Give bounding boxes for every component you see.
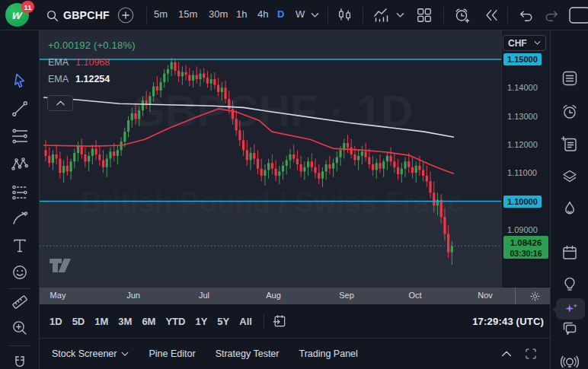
emoji-tool-button[interactable] bbox=[11, 263, 29, 282]
range-all[interactable]: All bbox=[239, 316, 252, 327]
object-tree-button[interactable] bbox=[561, 167, 579, 186]
month-label-oct: Oct bbox=[408, 291, 421, 300]
timeframe-5m[interactable]: 5m bbox=[154, 8, 168, 20]
cursor-icon bbox=[11, 72, 29, 90]
go-to-date-icon bbox=[272, 313, 287, 329]
calendar-button[interactable] bbox=[561, 243, 579, 262]
fullscreen-corners-icon bbox=[524, 347, 538, 361]
chevron-down-icon bbox=[121, 352, 129, 357]
timeframe-d[interactable]: D bbox=[277, 8, 284, 20]
price-axis[interactable]: 1.150001.140001.130001.120001.110001.100… bbox=[501, 30, 550, 288]
timeframe-w[interactable]: W bbox=[296, 8, 305, 20]
price-tick-label: 1.11000 bbox=[507, 167, 537, 179]
trend-line-tool-button[interactable] bbox=[11, 100, 29, 118]
date-range-toolbar: 1D5D1M3M6MYTD1Y5YAll 17:29:43 (UTC) bbox=[40, 304, 550, 339]
range-6m[interactable]: 6M bbox=[142, 316, 155, 327]
timeframe-4h[interactable]: 4h bbox=[257, 8, 268, 20]
timeframe-30m[interactable]: 30m bbox=[209, 8, 228, 20]
tab-label: Pine Editor bbox=[149, 348, 195, 359]
alarm-clock-icon bbox=[561, 103, 579, 121]
hotlists-button[interactable] bbox=[561, 199, 579, 218]
streams-button[interactable] bbox=[561, 353, 579, 369]
ai-assistant-button[interactable] bbox=[556, 298, 585, 320]
toolbar-divider bbox=[9, 288, 30, 289]
range-5y[interactable]: 5Y bbox=[217, 316, 229, 327]
fib-retracement-tool-button[interactable] bbox=[11, 127, 29, 145]
last-price-value: 1.08426 bbox=[503, 237, 548, 248]
last-price-label: 1.0842603:30:16 bbox=[503, 236, 548, 259]
bottom-panel-tabs: Stock Screener Pine Editor Strategy Test… bbox=[40, 339, 550, 369]
ema-legend-row[interactable]: EMA 1.10968 bbox=[48, 57, 136, 68]
watchlist-button[interactable] bbox=[561, 69, 579, 87]
indicators-dropdown-button[interactable] bbox=[396, 12, 404, 18]
alert-clock-plus-icon bbox=[453, 7, 471, 24]
chart-legend: +0.00192 (+0.18%) EMA 1.10968 EMA 1.1225… bbox=[48, 40, 136, 84]
candlestick-icon bbox=[337, 7, 353, 24]
utc-clock[interactable]: 17:29:43 (UTC) bbox=[472, 316, 544, 327]
notes-button[interactable] bbox=[561, 135, 579, 154]
price-level-label: 1.15000 bbox=[503, 53, 542, 65]
tab-trading-panel[interactable]: Trading Panel bbox=[299, 348, 357, 359]
pattern-tool-button[interactable] bbox=[11, 155, 29, 173]
redo-arrow-icon bbox=[543, 7, 561, 24]
undo-button[interactable] bbox=[516, 6, 535, 24]
ema-legend-row[interactable]: EMA 1.12254 bbox=[48, 74, 136, 84]
chat-button[interactable] bbox=[561, 320, 579, 338]
month-label-nov: Nov bbox=[478, 291, 493, 300]
axis-settings-button[interactable] bbox=[519, 288, 550, 304]
save-layout-button[interactable] bbox=[568, 6, 588, 24]
range-ytd[interactable]: YTD bbox=[165, 316, 185, 327]
layout-grid-button[interactable] bbox=[414, 6, 434, 24]
tab-stock-screener[interactable]: Stock Screener bbox=[52, 348, 129, 359]
magnet-tool-button[interactable] bbox=[11, 354, 29, 369]
timeframe-15m[interactable]: 15m bbox=[178, 8, 197, 20]
timeframe-dropdown-button[interactable] bbox=[311, 12, 319, 18]
axis-divider bbox=[515, 288, 516, 304]
zoom-in-icon bbox=[11, 319, 29, 337]
bar-replay-button[interactable] bbox=[482, 6, 502, 24]
range-3m[interactable]: 3M bbox=[118, 316, 132, 327]
tab-label: Strategy Tester bbox=[216, 348, 280, 359]
tv-logo-watermark[interactable] bbox=[50, 259, 71, 272]
create-alert-button[interactable] bbox=[452, 6, 471, 24]
fullscreen-button[interactable] bbox=[524, 347, 538, 361]
zoom-in-tool-button[interactable] bbox=[11, 319, 29, 337]
notification-badge[interactable]: 11 bbox=[21, 1, 34, 13]
brush-tool-button[interactable] bbox=[11, 209, 29, 227]
redo-button[interactable] bbox=[542, 6, 561, 24]
symbol-search-button[interactable]: GBPCHF bbox=[46, 6, 110, 24]
collapse-legend-button[interactable] bbox=[47, 95, 73, 111]
chevron-down-icon bbox=[396, 12, 404, 18]
calendar-icon bbox=[561, 243, 579, 262]
logo-glyph: w bbox=[11, 8, 23, 22]
time-axis[interactable]: MayJunJulAugSepOctNov bbox=[40, 288, 550, 304]
right-sidebar bbox=[550, 30, 588, 369]
trend-line-icon bbox=[11, 100, 29, 118]
range-1d[interactable]: 1D bbox=[50, 316, 62, 327]
ideas-button[interactable] bbox=[561, 275, 579, 293]
compare-add-symbol-button[interactable] bbox=[116, 5, 136, 25]
chart-type-button[interactable] bbox=[335, 6, 355, 24]
toolbar-divider bbox=[264, 314, 264, 329]
timeframe-1h[interactable]: 1h bbox=[236, 8, 247, 20]
text-tool-button[interactable] bbox=[11, 237, 29, 255]
indicators-button[interactable] bbox=[371, 6, 392, 24]
measure-tool-button[interactable] bbox=[11, 293, 29, 311]
forecast-tool-button[interactable] bbox=[11, 183, 29, 202]
chart-pane[interactable]: GBPCHF · 1DBritish Pound / Swiss Franc +… bbox=[40, 30, 501, 288]
expand-panel-button[interactable] bbox=[500, 347, 513, 361]
cursor-tool-button[interactable] bbox=[11, 72, 29, 90]
magnet-icon bbox=[11, 354, 29, 369]
chevron-up-icon bbox=[56, 100, 66, 107]
price-change-text: +0.00192 (+0.18%) bbox=[48, 40, 136, 51]
tab-pine-editor[interactable]: Pine Editor bbox=[149, 348, 195, 359]
range-1m[interactable]: 1M bbox=[94, 316, 108, 327]
alerts-button[interactable] bbox=[561, 103, 579, 121]
go-to-date-button[interactable] bbox=[272, 313, 287, 329]
range-5d[interactable]: 5D bbox=[72, 316, 85, 327]
indicators-icon bbox=[372, 6, 391, 24]
range-1y[interactable]: 1Y bbox=[195, 316, 207, 327]
price-tick-label: 1.14000 bbox=[507, 81, 538, 94]
tab-strategy-tester[interactable]: Strategy Tester bbox=[216, 348, 280, 359]
currency-toggle-button[interactable]: CHF bbox=[503, 35, 546, 51]
